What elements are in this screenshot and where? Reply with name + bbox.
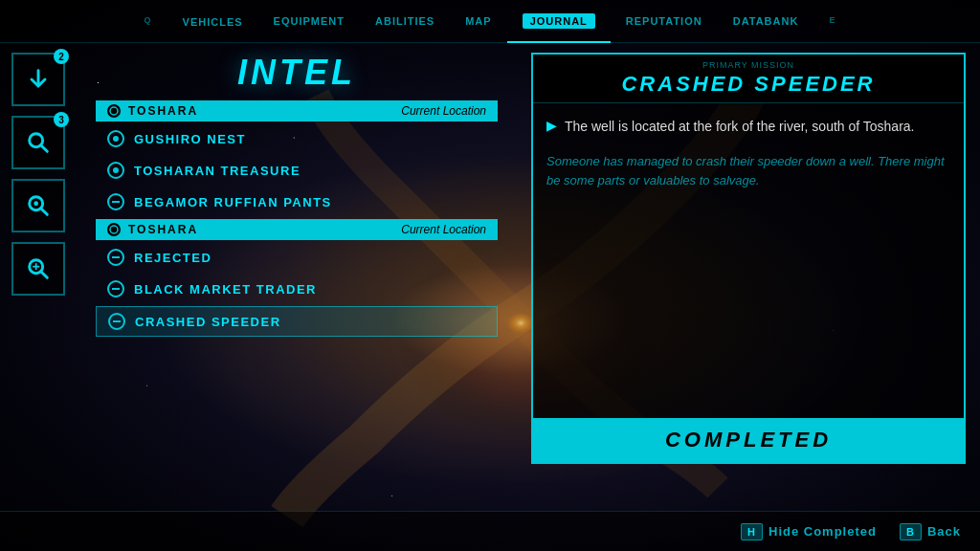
- sidebar-btn-4[interactable]: [11, 242, 65, 296]
- item-label-black-market: BLACK MARKET TRADER: [134, 282, 317, 297]
- bottom-bar: H Hide Completed B Back: [0, 511, 980, 551]
- intel-list: TOSHARA Current Location GUSHIRO NEST TO…: [96, 100, 498, 337]
- detail-description: The well is located at the fork of the r…: [565, 117, 915, 137]
- svg-line-9: [41, 272, 47, 277]
- nav-item-e-key: E: [813, 0, 851, 43]
- location-name-1: TOSHARA: [128, 104, 198, 118]
- left-sidebar: 2 3: [0, 43, 77, 551]
- location-name-2: TOSHARA: [128, 223, 198, 236]
- intel-panel: INTEL TOSHARA Current Location GUSHIRO N…: [77, 43, 517, 551]
- nav-item-vehicles[interactable]: Vehicles: [167, 0, 258, 43]
- detail-arrow-icon: ▶: [546, 118, 557, 133]
- nav-label-equipment: Equipment: [274, 15, 345, 27]
- search3-icon: [25, 255, 52, 282]
- svg-line-6: [41, 209, 47, 214]
- location-current-2: Current Location: [401, 223, 486, 236]
- back-key: B: [900, 523, 922, 540]
- nav-label-databank: Databank: [733, 15, 799, 27]
- detail-box: PRIMARY MISSION CRASHED SPEEDER ▶ The we…: [531, 53, 966, 464]
- item-label-crashed-speeder: CRASHED SPEEDER: [135, 315, 281, 329]
- completed-label: COMPLETED: [665, 428, 832, 452]
- nav-label-abilities: Abilities: [375, 15, 434, 27]
- intel-title: INTEL: [96, 53, 498, 93]
- nav-label-map: Map: [465, 15, 491, 27]
- nav-key-e: E: [829, 15, 835, 25]
- detail-panel: PRIMARY MISSION CRASHED SPEEDER ▶ The we…: [517, 43, 980, 551]
- nav-item-databank[interactable]: Databank: [718, 0, 814, 43]
- svg-point-12: [110, 107, 118, 115]
- sidebar-btn-1[interactable]: 2: [11, 53, 65, 106]
- item-icon-begamor: [107, 193, 124, 210]
- list-item-rejected[interactable]: REJECTED: [96, 243, 498, 272]
- detail-main-text-container: ▶ The well is located at the fork of the…: [546, 117, 950, 137]
- nav-label-vehicles: Vehicles: [183, 16, 243, 28]
- hide-completed-action[interactable]: H Hide Completed: [741, 523, 877, 540]
- svg-point-7: [33, 201, 38, 206]
- search-icon: [25, 129, 52, 156]
- sidebar-badge-2: 3: [54, 112, 69, 127]
- location-icon-1: [107, 104, 121, 118]
- nav-item-abilities[interactable]: Abilities: [360, 0, 450, 43]
- sidebar-badge-1: 2: [54, 49, 69, 64]
- nav-label-journal: Journal: [523, 13, 595, 29]
- nav-item-equipment[interactable]: Equipment: [258, 0, 360, 43]
- detail-body: ▶ The well is located at the fork of the…: [533, 103, 964, 418]
- item-icon-tosharan-treasure: [107, 162, 124, 179]
- list-item-tosharan-treasure[interactable]: TOSHARAN TREASURE: [96, 156, 498, 185]
- item-label-gushiro: GUSHIRO NEST: [134, 132, 246, 146]
- sidebar-btn-2[interactable]: 3: [11, 116, 65, 169]
- arrow-down-icon: [25, 66, 52, 93]
- nav-label-reputation: Reputation: [626, 15, 702, 27]
- detail-title: CRASHED SPEEDER: [621, 72, 875, 97]
- svg-line-4: [41, 145, 47, 151]
- back-label: Back: [927, 524, 961, 539]
- nav-item-map[interactable]: Map: [450, 0, 506, 43]
- detail-subtitle: PRIMARY MISSION: [702, 60, 794, 70]
- item-label-rejected: REJECTED: [134, 251, 212, 265]
- item-icon-crashed-speeder: [108, 313, 125, 330]
- location-icon-2: [107, 223, 121, 236]
- list-item-crashed-speeder[interactable]: CRASHED SPEEDER: [96, 306, 498, 337]
- list-item-black-market[interactable]: BLACK MARKET TRADER: [96, 275, 498, 303]
- hide-completed-label: Hide Completed: [768, 524, 877, 539]
- detail-flavor-text: Someone has managed to crash their speed…: [546, 152, 950, 189]
- location-header-1: TOSHARA Current Location: [96, 100, 498, 121]
- nav-item-journal[interactable]: Journal: [507, 0, 611, 43]
- detail-header: PRIMARY MISSION CRASHED SPEEDER: [533, 55, 964, 103]
- sidebar-btn-3[interactable]: [11, 179, 65, 232]
- back-action[interactable]: B Back: [900, 523, 961, 540]
- list-item-begamor[interactable]: BEGAMOR RUFFIAN PANTS: [96, 187, 498, 216]
- item-icon-black-market: [107, 280, 124, 298]
- svg-point-13: [110, 226, 118, 233]
- location-header-2: TOSHARA Current Location: [96, 219, 498, 240]
- completed-bar: COMPLETED: [533, 418, 964, 462]
- item-icon-rejected: [107, 249, 124, 266]
- nav-item-q-key: Q: [129, 0, 167, 43]
- item-icon-gushiro: [107, 130, 124, 147]
- nav-item-reputation[interactable]: Reputation: [611, 0, 718, 43]
- search2-icon: [25, 192, 52, 219]
- nav-key-q: Q: [145, 15, 152, 25]
- item-label-tosharan-treasure: TOSHARAN TREASURE: [134, 164, 301, 178]
- top-nav: Q Vehicles Equipment Abilities Map Journ…: [0, 0, 980, 43]
- main-content: INTEL TOSHARA Current Location GUSHIRO N…: [77, 43, 980, 551]
- location-current-1: Current Location: [401, 104, 486, 118]
- hide-key: H: [741, 523, 763, 540]
- list-item-gushiro[interactable]: GUSHIRO NEST: [96, 124, 498, 153]
- item-label-begamor: BEGAMOR RUFFIAN PANTS: [134, 195, 332, 209]
